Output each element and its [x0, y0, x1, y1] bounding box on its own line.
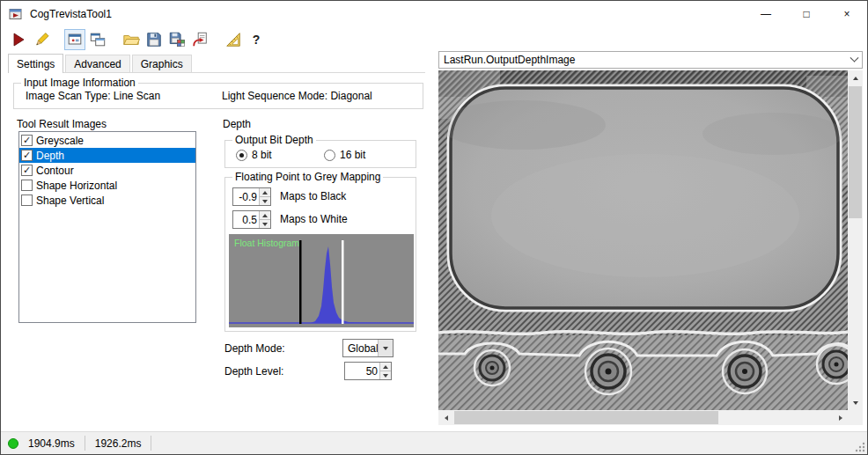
- run-icon[interactable]: [8, 29, 29, 50]
- list-item-shape-horizontal[interactable]: Shape Horizontal: [19, 178, 195, 193]
- tool-result-images-label: Tool Result Images: [17, 118, 107, 130]
- app-window: CogTrevistaTool1 — □ ×: [0, 0, 868, 455]
- float-mapping-group: Floating Point to Grey Mapping Maps to B…: [224, 177, 416, 332]
- image-selector[interactable]: LastRun.OutputDepthImage: [438, 51, 863, 69]
- radio-label: 8 bit: [252, 149, 272, 161]
- depth-mode-label: Depth Mode:: [224, 342, 285, 355]
- list-item-shape-vertical[interactable]: Shape Vertical: [19, 193, 195, 208]
- list-item-depth[interactable]: ✓Depth: [19, 148, 195, 163]
- checkbox-icon[interactable]: ✓: [21, 150, 33, 161]
- checkbox-icon[interactable]: ✓: [21, 135, 33, 146]
- close-button[interactable]: ×: [827, 1, 867, 27]
- hole-feature-1: [474, 350, 510, 385]
- maps-to-black-input[interactable]: [232, 187, 271, 206]
- window-controls: — □ ×: [746, 1, 867, 27]
- save-image-icon[interactable]: [166, 29, 188, 50]
- scroll-up-button[interactable]: [848, 70, 863, 85]
- list-item-label: Contour: [36, 165, 74, 177]
- hole-feature-3: [723, 349, 767, 393]
- maps-to-black-value[interactable]: [233, 188, 259, 205]
- import-image-icon[interactable]: [189, 29, 210, 50]
- list-item-label: Depth: [36, 150, 64, 162]
- tool-result-list[interactable]: ✓Greyscale✓Depth✓ContourShape Horizontal…: [18, 131, 196, 323]
- maps-to-black-label: Maps to Black: [280, 190, 346, 202]
- image-display[interactable]: [438, 70, 848, 410]
- list-item-label: Shape Vertical: [36, 194, 104, 207]
- status-separator: [151, 436, 151, 451]
- tab-settings[interactable]: Settings: [8, 54, 63, 73]
- spinner-buttons: [259, 188, 270, 205]
- spin-down-icon[interactable]: [260, 196, 270, 205]
- spin-down-icon[interactable]: [380, 371, 391, 379]
- spinner-buttons: [379, 363, 391, 379]
- app-icon: [9, 7, 23, 21]
- depth-level-input[interactable]: [344, 362, 392, 380]
- spinner-buttons: [259, 211, 270, 228]
- output-bit-depth-group: Output Bit Depth 8 bit 16 bit: [224, 140, 416, 168]
- histogram-white-marker: [342, 240, 344, 324]
- scroll-right-button[interactable]: [833, 410, 848, 425]
- group-label: Input Image Information: [21, 77, 138, 89]
- minimize-button[interactable]: —: [746, 1, 786, 27]
- image-scan-type-label: Image Scan Type: Line Scan: [26, 90, 160, 102]
- checkbox-icon[interactable]: [21, 180, 33, 191]
- save-icon[interactable]: [143, 29, 165, 50]
- light-sequence-mode-label: Light Sequence Mode: Diagonal: [222, 90, 372, 102]
- float-image-window-icon[interactable]: [87, 29, 108, 50]
- spin-up-icon[interactable]: [260, 188, 270, 196]
- chevron-down-icon[interactable]: [847, 52, 862, 68]
- spin-up-icon[interactable]: [260, 211, 270, 219]
- depth-mode-select[interactable]: Global: [342, 339, 394, 357]
- image-vertical-scrollbar[interactable]: [848, 70, 863, 410]
- histogram-title: Float Histogram: [234, 238, 299, 248]
- tab-advanced[interactable]: Advanced: [65, 55, 129, 72]
- group-label: Floating Point to Grey Mapping: [232, 171, 383, 183]
- electric-pencil-icon[interactable]: [31, 29, 52, 50]
- title-bar: CogTrevistaTool1 — □ ×: [1, 1, 867, 27]
- depth-mode-value: Global: [343, 342, 378, 355]
- status-bar: 1904.9ms 1926.2ms: [1, 431, 867, 454]
- checkbox-icon[interactable]: [21, 194, 33, 206]
- radio-icon[interactable]: [236, 150, 247, 161]
- spin-up-icon[interactable]: [380, 363, 391, 371]
- spin-down-icon[interactable]: [260, 219, 270, 228]
- depth-level-label: Depth Level:: [224, 365, 283, 378]
- ruler-icon[interactable]: [223, 29, 244, 50]
- list-item-greyscale[interactable]: ✓Greyscale: [19, 133, 195, 148]
- radio-16bit[interactable]: 16 bit: [324, 149, 365, 161]
- tab-graphics[interactable]: Graphics: [132, 55, 192, 72]
- maps-to-white-input[interactable]: [232, 210, 271, 229]
- open-icon[interactable]: [121, 29, 142, 50]
- radio-label: 16 bit: [340, 149, 365, 161]
- maps-to-white-label: Maps to White: [280, 213, 348, 225]
- image-display-toggle-icon[interactable]: [64, 29, 85, 50]
- list-item-contour[interactable]: ✓Contour: [19, 163, 195, 178]
- scroll-left-button[interactable]: [438, 410, 453, 425]
- radio-8bit[interactable]: 8 bit: [236, 149, 272, 161]
- window-title: CogTrevistaTool1: [30, 8, 112, 20]
- maps-to-white-value[interactable]: [233, 211, 259, 228]
- depth-section-label: Depth: [223, 118, 251, 130]
- maximize-button[interactable]: □: [786, 1, 827, 27]
- hole-feature-2: [585, 349, 631, 394]
- depth-level-value[interactable]: [345, 363, 379, 379]
- radio-icon[interactable]: [324, 150, 335, 161]
- image-horizontal-scrollbar[interactable]: [438, 410, 848, 425]
- float-histogram: Float Histogram: [229, 234, 414, 327]
- status-ok-icon: [8, 438, 18, 449]
- checkbox-icon[interactable]: ✓: [21, 165, 33, 176]
- histogram-black-marker: [299, 240, 302, 324]
- horizontal-scroll-thumb[interactable]: [454, 411, 718, 424]
- chevron-down-icon[interactable]: [378, 340, 393, 356]
- tab-strip: Settings Advanced Graphics: [8, 55, 194, 72]
- vertical-scroll-thumb[interactable]: [849, 86, 862, 218]
- help-icon[interactable]: ?: [246, 29, 267, 50]
- scroll-down-button[interactable]: [848, 395, 863, 410]
- toolbar: ?: [1, 27, 867, 52]
- resize-grip[interactable]: [854, 441, 865, 452]
- list-item-label: Greyscale: [36, 135, 84, 147]
- run-time: 1904.9ms: [18, 437, 85, 450]
- depth-image: [438, 70, 848, 410]
- total-time: 1926.2ms: [85, 437, 151, 450]
- tab-divider: [8, 72, 425, 73]
